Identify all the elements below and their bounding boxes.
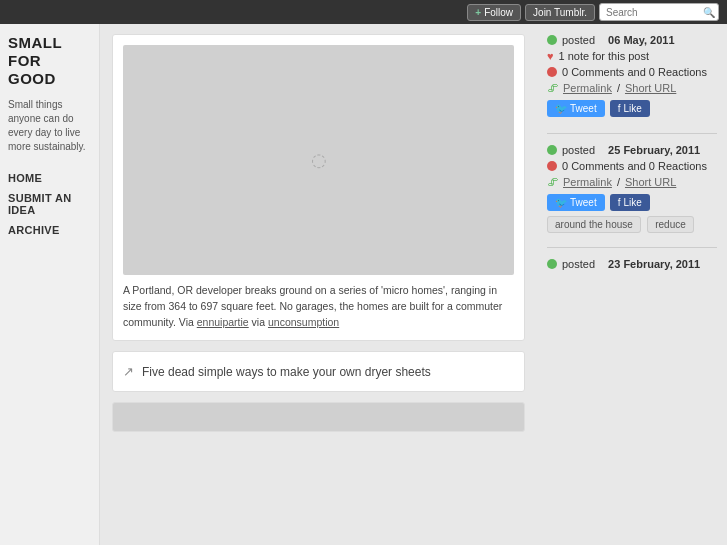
post-image-card: ◌ A Portland, OR developer breaks ground… <box>112 34 525 341</box>
plus-icon: + <box>475 7 481 18</box>
meta-posted-date-3: posted 23 February, 2011 <box>547 258 717 270</box>
post-caption: A Portland, OR developer breaks ground o… <box>123 283 514 330</box>
tweet-bird-icon: 🐦 <box>555 103 567 114</box>
post-link-card: ↗ Five dead simple ways to make your own… <box>112 351 525 392</box>
join-tumblr-button[interactable]: Join Tumblr. <box>525 4 595 21</box>
meta-block-1: posted 06 May, 2011 ♥ 1 note for this po… <box>547 34 717 117</box>
meta-posted-date-1: posted 06 May, 2011 <box>547 34 717 46</box>
loading-spinner: ◌ <box>311 149 327 171</box>
post-partial <box>112 402 525 432</box>
sidebar-item-home[interactable]: HOME <box>8 168 91 188</box>
paperclip-icon: 🖇 <box>547 82 558 94</box>
tweet-button-2[interactable]: 🐦 Tweet <box>547 194 605 211</box>
like-button-2[interactable]: f Like <box>610 194 650 211</box>
meta-sidebar: posted 06 May, 2011 ♥ 1 note for this po… <box>537 24 727 545</box>
tag-around-the-house[interactable]: around the house <box>547 216 641 233</box>
green-dot-icon-2 <box>547 145 557 155</box>
green-dot-icon <box>547 35 557 45</box>
shorturl-link-2[interactable]: Short URL <box>625 176 676 188</box>
site-description: Small things anyone can do every day to … <box>8 98 91 154</box>
permalink-link-2[interactable]: Permalink <box>563 176 612 188</box>
paperclip-icon-2: 🖇 <box>547 176 558 188</box>
tweet-bird-icon-2: 🐦 <box>555 197 567 208</box>
permalink-link-1[interactable]: Permalink <box>563 82 612 94</box>
via-link-1[interactable]: ennuipartie <box>197 316 249 328</box>
meta-permalink-1: 🖇 Permalink / Short URL <box>547 82 717 94</box>
tag-row: around the house reduce <box>547 217 717 231</box>
main-content: ◌ A Portland, OR developer breaks ground… <box>100 24 537 545</box>
sidebar-item-submit[interactable]: SUBMIT AN IDEA <box>8 188 91 220</box>
post-image: ◌ <box>123 45 514 275</box>
fb-icon-2: f <box>618 197 621 208</box>
follow-button[interactable]: + Follow <box>467 4 521 21</box>
red-dot-icon-2 <box>547 161 557 171</box>
green-dot-icon-3 <box>547 259 557 269</box>
meta-divider-2 <box>547 247 717 248</box>
tag-reduce[interactable]: reduce <box>647 216 694 233</box>
meta-permalink-2: 🖇 Permalink / Short URL <box>547 176 717 188</box>
meta-block-2: posted 25 February, 2011 0 Comments and … <box>547 144 717 231</box>
search-wrap: 🔍 <box>599 3 719 21</box>
search-icon: 🔍 <box>703 7 715 18</box>
shorturl-link-1[interactable]: Short URL <box>625 82 676 94</box>
meta-comments-2: 0 Comments and 0 Reactions <box>547 160 717 172</box>
social-buttons-1: 🐦 Tweet f Like <box>547 100 717 117</box>
social-buttons-2: 🐦 Tweet f Like <box>547 194 717 211</box>
meta-comments-1: 0 Comments and 0 Reactions <box>547 66 717 78</box>
sidebar-item-archive[interactable]: ARCHIVE <box>8 220 91 240</box>
heart-icon: ♥ <box>547 50 554 62</box>
link-text[interactable]: Five dead simple ways to make your own d… <box>142 365 431 379</box>
red-dot-icon <box>547 67 557 77</box>
site-title: SMALL FOR GOOD <box>8 34 91 88</box>
topbar: + Follow Join Tumblr. 🔍 <box>0 0 727 24</box>
via-link-2[interactable]: unconsumption <box>268 316 339 328</box>
meta-posted-date-2: posted 25 February, 2011 <box>547 144 717 156</box>
sidebar: SMALL FOR GOOD Small things anyone can d… <box>0 24 100 545</box>
page-wrapper: SMALL FOR GOOD Small things anyone can d… <box>0 24 727 545</box>
link-icon: ↗ <box>123 364 134 379</box>
like-button-1[interactable]: f Like <box>610 100 650 117</box>
fb-icon: f <box>618 103 621 114</box>
meta-notes-1: ♥ 1 note for this post <box>547 50 717 62</box>
meta-block-3: posted 23 February, 2011 <box>547 258 717 270</box>
tweet-button-1[interactable]: 🐦 Tweet <box>547 100 605 117</box>
search-input[interactable] <box>599 3 719 21</box>
meta-divider-1 <box>547 133 717 134</box>
